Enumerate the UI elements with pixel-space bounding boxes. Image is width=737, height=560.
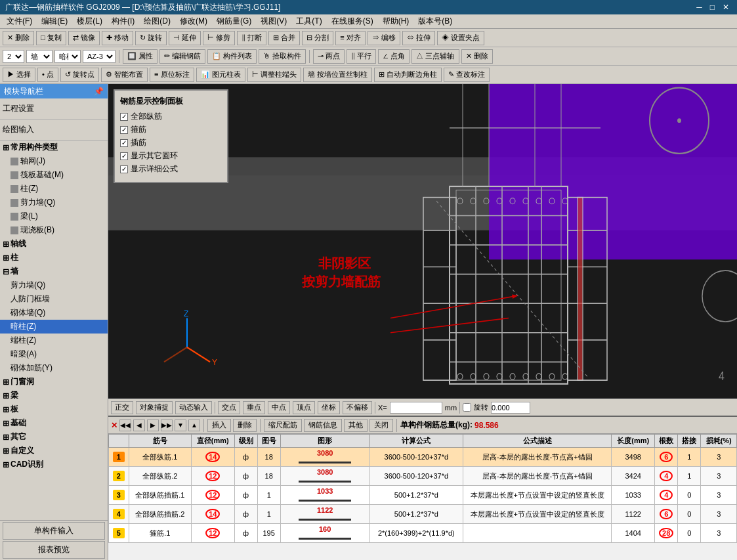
tree-shearwall2[interactable]: 剪力墙(Q) — [0, 278, 108, 292]
menu-file[interactable]: 文件(F) — [3, 14, 36, 28]
project-settings-item[interactable]: 工程设置 — [3, 101, 105, 116]
menu-tools[interactable]: 工具(T) — [292, 14, 326, 28]
tree-other[interactable]: ⊞其它 — [0, 430, 108, 444]
cb-detail-formula[interactable]: ✓ — [120, 165, 128, 173]
bottom-panel-close-x[interactable]: ✕ — [111, 421, 117, 430]
tree-board[interactable]: ⊞板 — [0, 402, 108, 416]
btn-no-offset[interactable]: 不偏移 — [343, 401, 372, 414]
btn-insert[interactable]: 插入 — [207, 419, 231, 432]
btn-pick-component[interactable]: 🖱 拾取构件 — [259, 49, 306, 64]
btn-select[interactable]: ▶ 选择 — [3, 68, 35, 82]
btn-single-component[interactable]: 单构件输入 — [3, 522, 105, 540]
floor-select[interactable]: 2 — [3, 50, 24, 63]
maximize-btn[interactable]: □ — [707, 3, 717, 12]
menu-online[interactable]: 在线服务(S) — [327, 14, 377, 28]
btn-set-point[interactable]: ◈ 设置夹点 — [437, 31, 484, 45]
btn-nav-first[interactable]: ◀◀ — [119, 420, 131, 431]
menu-draw[interactable]: 绘图(D) — [140, 14, 175, 28]
btn-edit-rebar[interactable]: ✏ 编辑钢筋 — [159, 49, 205, 64]
rebar-item-insert[interactable]: ✓ 插筋 — [120, 137, 222, 148]
btn-ortho[interactable]: 正交 — [111, 401, 133, 414]
btn-report-preview[interactable]: 报表预览 — [3, 541, 105, 559]
btn-column-table[interactable]: 📊 图元柱表 — [196, 68, 245, 82]
menu-version[interactable]: 版本号(B) — [414, 14, 456, 28]
tree-axisline[interactable]: ⊞轴线 — [0, 237, 108, 251]
tree-end-col[interactable]: 端柱(Z) — [0, 334, 108, 347]
btn-nav-last[interactable]: ▶▶ — [161, 420, 173, 431]
menu-floor[interactable]: 楼层(L) — [73, 14, 106, 28]
panel-pin[interactable]: 📌 — [94, 87, 104, 96]
btn-stretch[interactable]: ⇔ 拉伸 — [402, 31, 435, 45]
rotate-checkbox[interactable] — [463, 403, 471, 412]
menu-component[interactable]: 构件(I) — [108, 14, 138, 28]
btn-property[interactable]: 🔲 属性 — [123, 49, 158, 64]
btn-smart-place[interactable]: ⚙ 智能布置 — [101, 68, 148, 82]
btn-delete2[interactable]: ✕ 删除 — [461, 49, 493, 64]
btn-offset[interactable]: ⇒ 编移 — [368, 31, 400, 45]
cb-other-rings[interactable]: ✓ — [120, 152, 128, 160]
btn-dynamic-input[interactable]: 动态输入 — [175, 401, 212, 414]
btn-original-mark[interactable]: ≡ 原位标注 — [150, 68, 194, 82]
btn-rotate-point[interactable]: ↺ 旋转点 — [60, 68, 99, 82]
btn-component-list[interactable]: 📋 构件列表 — [207, 49, 257, 64]
tree-antiblast-wall[interactable]: 人防门框墙 — [0, 292, 108, 306]
btn-copy[interactable]: □ 复制 — [36, 31, 66, 45]
btn-move[interactable]: ✚ 移动 — [102, 31, 133, 45]
btn-auto-corner[interactable]: ⊞ 自动判断边角柱 — [374, 68, 442, 82]
tree-beam[interactable]: 梁(L) — [0, 209, 108, 223]
btn-point-angle[interactable]: ∠ 点角 — [378, 49, 410, 64]
menu-modify[interactable]: 修改(M) — [176, 14, 211, 28]
wallid-select[interactable]: AZ-3 — [83, 50, 116, 63]
btn-other[interactable]: 其他 — [344, 419, 368, 432]
btn-trim[interactable]: ⊢ 修剪 — [203, 31, 235, 45]
btn-close[interactable]: 关闭 — [369, 419, 393, 432]
tree-wall[interactable]: ⊟墙 — [0, 265, 108, 278]
tree-hidden-beam[interactable]: 暗梁(A) — [0, 347, 108, 361]
btn-three-points[interactable]: △ 三点辅轴 — [411, 49, 459, 64]
close-btn[interactable]: ✕ — [720, 3, 732, 12]
btn-parallel[interactable]: ∥ 平行 — [347, 49, 376, 64]
btn-break[interactable]: ∥ 打断 — [237, 31, 266, 45]
cb-all-longitudinal[interactable]: ✓ — [120, 113, 128, 121]
btn-vertex[interactable]: 顶点 — [293, 401, 315, 414]
minimize-btn[interactable]: ─ — [694, 3, 705, 12]
btn-delete[interactable]: ✕ 删除 — [3, 31, 34, 45]
rebar-item-detail-formula[interactable]: ✓ 显示详细公式 — [120, 163, 222, 175]
menu-edit[interactable]: 编辑(E) — [37, 14, 72, 28]
rebar-item-other-rings[interactable]: ✓ 显示其它圆环 — [120, 150, 222, 162]
btn-rotate[interactable]: ↻ 旋转 — [135, 31, 167, 45]
btn-point[interactable]: • 点 — [37, 68, 58, 82]
draw-input-item[interactable]: 绘图输入 — [3, 122, 105, 137]
menu-rebar-qty[interactable]: 钢筋量(G) — [213, 14, 255, 28]
cad-viewport[interactable]: 钢筋显示控制面板 ✓ 全部纵筋 ✓ 箍筋 ✓ 插筋 ✓ 显示其它圆环 — [108, 84, 737, 398]
tree-custom[interactable]: ⊞自定义 — [0, 444, 108, 458]
btn-split[interactable]: ⊟ 分割 — [302, 31, 333, 45]
btn-object-snap[interactable]: 对象捕捉 — [136, 401, 173, 414]
tree-column[interactable]: 柱(Z) — [0, 182, 108, 196]
walltype-select[interactable]: 暗柱 — [54, 50, 81, 63]
tree-cad[interactable]: ⊞CAD识别 — [0, 458, 108, 471]
btn-adjust-end[interactable]: ⊢ 调整柱端头 — [247, 68, 301, 82]
tree-raft[interactable]: 筏板基础(M) — [0, 168, 108, 182]
x-input[interactable] — [390, 402, 442, 414]
btn-nav-down[interactable]: ▼ — [175, 420, 186, 431]
tree-masonry-wall[interactable]: 砌体墙(Q) — [0, 306, 108, 320]
tree-shear-wall[interactable]: 剪力墙(Q) — [0, 196, 108, 209]
rebar-item-all-longitudinal[interactable]: ✓ 全部纵筋 — [120, 111, 222, 122]
btn-wall-place[interactable]: 墙 按墙位置丝制柱 — [303, 68, 372, 82]
btn-rebar-info[interactable]: 钢筋信息 — [304, 419, 342, 432]
btn-align[interactable]: ≡ 对齐 — [335, 31, 365, 45]
btn-nav-up[interactable]: ▲ — [188, 420, 200, 431]
btn-nav-next[interactable]: ▶ — [147, 420, 159, 431]
tree-foundation[interactable]: ⊞基础 — [0, 416, 108, 430]
btn-intersection[interactable]: 交点 — [218, 401, 240, 414]
btn-perpendicular[interactable]: 垂点 — [243, 401, 265, 414]
menu-view[interactable]: 视图(V) — [257, 14, 291, 28]
btn-extend[interactable]: ⊣ 延伸 — [169, 31, 201, 45]
cb-stirrup[interactable]: ✓ — [120, 126, 128, 134]
btn-nav-prev[interactable]: ◀ — [133, 420, 145, 431]
btn-merge[interactable]: ⊞ 合并 — [268, 31, 300, 45]
tree-door-window[interactable]: ⊞门窗洞 — [0, 375, 108, 389]
btn-delete-row[interactable]: 删除 — [233, 419, 257, 432]
btn-mirror[interactable]: ⇄ 镜像 — [68, 31, 100, 45]
